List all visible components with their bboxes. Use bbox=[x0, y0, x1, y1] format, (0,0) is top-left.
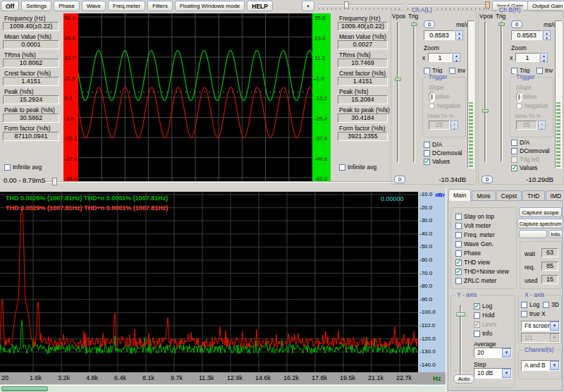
option-thd-view-checkbox-box[interactable]: ✓ bbox=[455, 259, 462, 266]
option-thd-view-checkbox[interactable]: ✓THD view bbox=[455, 259, 490, 266]
y-axis-info-checkbox[interactable]: Info bbox=[474, 330, 492, 337]
ch-b-dc-checkbox[interactable]: DCremoval bbox=[511, 147, 550, 154]
y-axis-hold-checkbox[interactable]: Hold bbox=[474, 312, 494, 319]
spectrum-scrollbar[interactable] bbox=[0, 385, 446, 392]
capture-scope-button[interactable]: Capture scope bbox=[519, 207, 562, 217]
ch-a-inv-checkbox[interactable]: Inv bbox=[449, 67, 465, 74]
capture-spectrum-button[interactable]: Capture spectrum bbox=[517, 219, 563, 228]
ch-b-timebase-spinner-up[interactable]: ▲ bbox=[544, 31, 550, 36]
ch-b-vpos-slider[interactable] bbox=[484, 22, 486, 163]
x-axis-log-checkbox-box[interactable] bbox=[521, 302, 527, 308]
ch-a-inv-checkbox-box[interactable] bbox=[449, 68, 455, 74]
y-axis-log-checkbox[interactable]: ✓Log bbox=[474, 302, 492, 310]
y-axis-info-checkbox-box[interactable] bbox=[474, 331, 480, 337]
average-select[interactable]: 20 ▼ bbox=[474, 348, 512, 358]
ch-a-vpos-thumb[interactable] bbox=[395, 78, 401, 81]
ch-a-values-checkbox-box[interactable]: ✓ bbox=[424, 159, 430, 165]
ch-b-da-checkbox-box[interactable] bbox=[511, 140, 517, 146]
option-wave-gen--checkbox[interactable]: Wave Gen. bbox=[455, 240, 494, 247]
tab-more[interactable]: More bbox=[472, 190, 495, 201]
option-zrlc-meter-checkbox[interactable]: ZRLC meter bbox=[455, 277, 496, 284]
ch-a-trig-slider[interactable] bbox=[413, 22, 415, 163]
meter-a-infinite-avg-checkbox[interactable]: Infinite avg bbox=[4, 164, 42, 171]
toolbar-button-phase[interactable]: Phase bbox=[54, 1, 80, 11]
ch-a-dc-checkbox[interactable]: DCremoval bbox=[424, 149, 462, 157]
ch-b-zoom-spinner-down[interactable]: ▼ bbox=[541, 59, 547, 63]
tab-cepst[interactable]: Cepst bbox=[496, 190, 522, 201]
option-thd-noise-view-checkbox-box[interactable]: ✓ bbox=[455, 269, 462, 275]
option-stay-on-top-checkbox[interactable]: Stay on top bbox=[455, 213, 494, 220]
ch-a-trig-zero-button[interactable]: 0 bbox=[394, 176, 405, 183]
ch-b-trig-slider[interactable] bbox=[501, 22, 503, 163]
auto-button[interactable]: Auto bbox=[453, 374, 474, 384]
toolbar-button-freq-meter[interactable]: Freq.meter bbox=[108, 1, 145, 11]
scope-scroll-slider[interactable] bbox=[47, 181, 393, 183]
ch-b-trig-thumb[interactable] bbox=[498, 23, 505, 26]
y-range-slider-thumb[interactable] bbox=[456, 312, 465, 317]
ch-b-values-checkbox-box[interactable]: ✓ bbox=[511, 165, 517, 171]
ch-b-timebase-spinner-down[interactable]: ▼ bbox=[544, 36, 550, 40]
toolbar-dropdown[interactable]: ▼ bbox=[302, 1, 314, 11]
ch-a-values-checkbox[interactable]: ✓Values bbox=[424, 158, 450, 165]
option-volt-meter-checkbox[interactable]: Volt meter bbox=[455, 222, 491, 229]
ch-b-values-checkbox[interactable]: ✓Values bbox=[511, 164, 537, 171]
fit-screen-select-arrow[interactable]: ▼ bbox=[550, 321, 559, 331]
ch-a-timebase-spinner-down[interactable]: ▼ bbox=[456, 36, 462, 40]
ch-b-zoom-spinner-up[interactable]: ▲ bbox=[541, 54, 547, 59]
ch-b-da-checkbox[interactable]: D/A bbox=[511, 139, 529, 146]
x-axis-truex-checkbox-box[interactable] bbox=[521, 311, 527, 317]
option-stay-on-top-checkbox-box[interactable] bbox=[455, 214, 462, 220]
channels-select[interactable]: A and B ▼ bbox=[521, 360, 560, 371]
ch-a-trig-thumb[interactable] bbox=[411, 23, 417, 26]
tab-main[interactable]: Main bbox=[448, 189, 471, 201]
ch-a-vpos-zero-button[interactable]: 0 bbox=[424, 20, 435, 28]
meter-a-infinite-avg-checkbox-box[interactable] bbox=[4, 164, 11, 171]
input-volume-slider-thumb[interactable] bbox=[344, 1, 349, 8]
y-axis-log-checkbox-box[interactable]: ✓ bbox=[474, 303, 480, 310]
ch-a-da-checkbox[interactable]: D/A bbox=[424, 141, 442, 148]
ch-b-vpos-zero-button[interactable]: 0 bbox=[511, 20, 522, 28]
ch-b-inv-checkbox-box[interactable] bbox=[537, 68, 543, 74]
option-zrlc-meter-checkbox-box[interactable] bbox=[455, 278, 462, 284]
option-phase-checkbox[interactable]: Phase bbox=[455, 250, 481, 257]
channels-select-arrow[interactable]: ▼ bbox=[550, 361, 559, 370]
step-select[interactable]: 10 dB ▼ bbox=[474, 368, 512, 379]
toolbar-button-settings[interactable]: Settings bbox=[21, 1, 51, 11]
ch-b-inv-checkbox[interactable]: Inv bbox=[537, 67, 553, 74]
x-axis-3d-checkbox[interactable]: 3D bbox=[543, 301, 559, 308]
option-freq-meter-checkbox[interactable]: Freq. meter bbox=[455, 231, 495, 238]
step-select-arrow[interactable]: ▼ bbox=[502, 369, 511, 378]
option-freq-meter-checkbox-box[interactable] bbox=[455, 232, 462, 238]
ch-b-vpos-thumb[interactable] bbox=[482, 109, 489, 113]
option-phase-checkbox-box[interactable] bbox=[455, 250, 462, 257]
ch-a-vpos-slider[interactable] bbox=[397, 22, 399, 163]
average-select-arrow[interactable]: ▼ bbox=[502, 348, 511, 357]
ch-b-dc-checkbox-box[interactable] bbox=[511, 148, 517, 154]
tab-thd[interactable]: THD bbox=[522, 190, 544, 201]
ch-b-timebase-spinner[interactable]: ▲▼ bbox=[543, 30, 551, 40]
x-axis-truex-checkbox[interactable]: true X bbox=[521, 310, 546, 317]
ch-a-dc-checkbox-box[interactable] bbox=[424, 150, 430, 157]
toolbar-button-off[interactable]: Off bbox=[1, 1, 19, 11]
scope-scroll-thumb[interactable] bbox=[52, 178, 57, 185]
toolbar-button-floating-windows-mode[interactable]: Floating Windows mode bbox=[175, 1, 245, 11]
toolbar-button-wave[interactable]: Wave bbox=[82, 1, 106, 11]
ch-a-timebase-spinner[interactable]: ▲▼ bbox=[455, 30, 463, 40]
toolbar-button-filters[interactable]: Filters bbox=[147, 1, 173, 11]
toolbar-button-help[interactable]: HELP bbox=[247, 1, 273, 11]
ch-b-zoom-spinner[interactable]: ▲▼ bbox=[540, 53, 548, 62]
ch-b-trig-zero-button[interactable]: 0 bbox=[482, 176, 493, 183]
x-axis-log-checkbox[interactable]: Log bbox=[521, 301, 539, 308]
meter-b-infinite-avg-checkbox[interactable]: Infinite avg bbox=[339, 164, 376, 171]
meter-b-infinite-avg-checkbox-box[interactable] bbox=[339, 164, 345, 171]
fit-screen-select[interactable]: Fit screen ▼ bbox=[521, 321, 560, 331]
input-volume-slider[interactable] bbox=[319, 4, 403, 6]
x-axis-3d-checkbox-box[interactable] bbox=[543, 302, 549, 308]
ch-a-da-checkbox-box[interactable] bbox=[424, 142, 430, 148]
option-volt-meter-checkbox-box[interactable] bbox=[455, 223, 462, 229]
ch-a-zoom-spinner-up[interactable]: ▲ bbox=[453, 54, 460, 59]
blank-button[interactable] bbox=[519, 230, 547, 238]
y-axis-hold-checkbox-box[interactable] bbox=[474, 312, 480, 319]
option-wave-gen--checkbox-box[interactable] bbox=[455, 241, 462, 247]
tab-imd[interactable]: IMD bbox=[546, 190, 564, 201]
